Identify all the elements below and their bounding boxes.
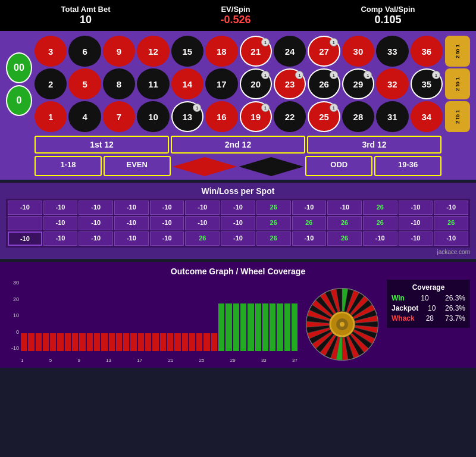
number-cell-17[interactable]: 17 — [205, 68, 237, 99]
wl-cell-r2-c1: -10 — [43, 231, 78, 246]
number-cell-25[interactable]: 251 — [308, 101, 340, 132]
number-cell-34[interactable]: 34 — [411, 101, 443, 132]
coverage-title: Coverage — [392, 283, 465, 292]
number-cell-30[interactable]: 30 — [342, 36, 374, 67]
number-cell-3[interactable]: 3 — [35, 36, 67, 67]
bar-2 — [36, 333, 42, 351]
number-cell-23[interactable]: 231 — [274, 68, 306, 99]
number-cell-10[interactable]: 10 — [137, 101, 169, 132]
cov-val1-0: 10 — [419, 294, 431, 302]
number-cell-2[interactable]: 2 — [35, 68, 67, 99]
roulette-section: 00 0 36912151821124271303336258111417201… — [0, 31, 476, 180]
cov-val1-2: 28 — [424, 314, 436, 323]
bar-20 — [167, 333, 173, 351]
bar-15 — [130, 333, 136, 351]
number-cell-36[interactable]: 36 — [411, 36, 443, 67]
wl-cell-r0-c10: 26 — [363, 201, 397, 215]
wl-cell-r2-c4: -10 — [150, 231, 184, 246]
bet-odd[interactable]: ODD — [305, 156, 372, 176]
number-cell-18[interactable]: 18 — [205, 36, 237, 67]
number-cell-15[interactable]: 15 — [171, 36, 203, 67]
number-cell-24[interactable]: 24 — [274, 36, 306, 67]
bet-even[interactable]: EVEN — [104, 156, 171, 176]
number-cell-9[interactable]: 9 — [103, 36, 135, 67]
number-cell-26[interactable]: 261 — [308, 68, 340, 99]
number-cell-5[interactable]: 5 — [68, 68, 101, 99]
number-cell-19[interactable]: 191 — [240, 101, 272, 132]
number-cell-35[interactable]: 351 — [411, 68, 443, 99]
coverage-row-2: Whack 28 73.7% — [392, 314, 465, 323]
bar-9 — [87, 333, 93, 351]
wl-cell-r0-c1: -10 — [43, 201, 78, 215]
number-cell-6[interactable]: 6 — [68, 36, 101, 67]
number-cell-29[interactable]: 291 — [342, 68, 374, 99]
y-label-30: 30 — [13, 280, 19, 286]
number-cell-7[interactable]: 7 — [103, 101, 135, 132]
bet-red-diamond[interactable] — [173, 157, 237, 176]
wl-cell-r2-c10: -10 — [363, 231, 397, 246]
bar-12 — [109, 333, 115, 351]
dozen-3rd[interactable]: 3rd 12 — [307, 136, 441, 154]
ev-spin-value: -0.526 — [220, 14, 250, 26]
number-cell-20[interactable]: 201 — [240, 68, 272, 99]
bar-1 — [28, 333, 34, 351]
number-cell-28[interactable]: 28 — [342, 101, 374, 132]
bar-17 — [145, 333, 151, 351]
wl-cell-r1-c0 — [8, 216, 42, 230]
dozens-row: 1st 12 2nd 12 3rd 12 — [35, 136, 441, 154]
number-cell-31[interactable]: 31 — [376, 101, 408, 132]
dozen-1st[interactable]: 1st 12 — [35, 136, 169, 154]
wl-cell-r1-c8: 26 — [292, 216, 327, 230]
total-amt-bet-value: 10 — [61, 14, 110, 26]
bar-8 — [79, 333, 85, 351]
number-cell-12[interactable]: 12 — [137, 36, 169, 67]
zero-00[interactable]: 00 — [6, 52, 32, 83]
zero-col: 00 0 — [6, 36, 32, 132]
zero-0[interactable]: 0 — [6, 85, 32, 116]
number-cell-33[interactable]: 33 — [376, 36, 408, 67]
wl-cell-r2-c9: 26 — [327, 231, 362, 246]
bar-34 — [270, 303, 275, 351]
wl-cell-r1-c5: -10 — [185, 216, 220, 230]
number-cell-8[interactable]: 8 — [103, 68, 135, 99]
ev-spin-col: EV/Spin -0.526 — [220, 5, 250, 26]
number-cell-1[interactable]: 1 — [35, 101, 67, 132]
outside-row: 1-18 EVEN ODD 19-36 — [35, 156, 441, 176]
bet-1-18[interactable]: 1-18 — [35, 156, 102, 176]
wl-cell-r2-c12: -10 — [434, 231, 468, 246]
dozen-2nd[interactable]: 2nd 12 — [171, 136, 305, 154]
bar-0 — [21, 333, 27, 351]
total-amt-bet-label: Total Amt Bet — [61, 5, 110, 14]
bet-19-36[interactable]: 19-36 — [374, 156, 441, 176]
total-amt-bet-col: Total Amt Bet 10 — [61, 5, 110, 26]
number-cell-32[interactable]: 32 — [376, 68, 408, 99]
number-cell-21[interactable]: 211 — [240, 36, 272, 67]
comp-val-value: 0.105 — [361, 14, 415, 26]
two-to-one-bot[interactable]: 2 to 1 — [445, 101, 470, 132]
number-cell-16[interactable]: 16 — [205, 101, 237, 132]
wl-cell-r2-c6: -10 — [221, 231, 255, 246]
y-label-10: 10 — [13, 312, 19, 318]
number-cell-22[interactable]: 22 — [274, 101, 306, 132]
bar-4 — [50, 333, 56, 351]
bar-23 — [189, 333, 195, 351]
wl-cell-r2-c5: 26 — [185, 231, 220, 246]
two-to-one-top[interactable]: 2 to 1 — [445, 36, 470, 67]
bet-black-diamond[interactable] — [239, 157, 303, 176]
two-to-one-col: 2 to 1 2 to 1 2 to 1 — [445, 36, 470, 132]
bar-26 — [211, 333, 217, 351]
bar-18 — [152, 333, 158, 351]
bar-33 — [262, 303, 268, 351]
number-cell-27[interactable]: 271 — [308, 36, 340, 67]
two-to-one-mid[interactable]: 2 to 1 — [445, 68, 470, 99]
number-cell-11[interactable]: 11 — [137, 68, 169, 99]
number-cell-14[interactable]: 14 — [171, 68, 203, 99]
wl-cell-r0-c2: -10 — [79, 201, 113, 215]
number-cell-13[interactable]: 131 — [171, 101, 203, 132]
bar-35 — [277, 303, 283, 351]
wl-cell-r1-c6: -10 — [221, 216, 255, 230]
coverage-row-1: Jackpot 10 26.3% — [392, 304, 465, 312]
number-cell-4[interactable]: 4 — [68, 101, 101, 132]
cov-label-1: Jackpot — [392, 304, 418, 312]
outcome-title: Outcome Graph / Wheel Coverage — [6, 267, 470, 276]
